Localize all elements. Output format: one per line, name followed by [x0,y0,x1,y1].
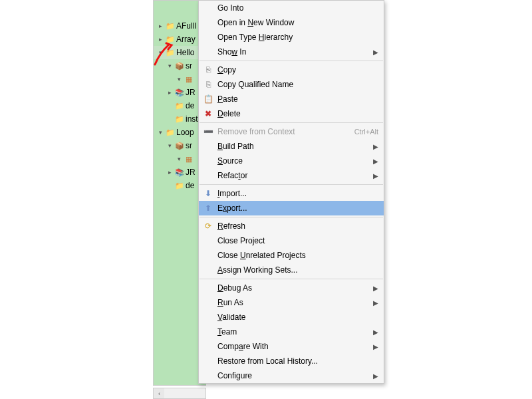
blank-icon [199,15,217,30]
submenu-arrow-icon: ▶ [369,172,378,180]
menu-item-label: Debug As [217,283,369,293]
tree-item-label: sr [186,61,192,70]
menu-item-refactor[interactable]: Refactor▶ [199,168,384,183]
copy-icon: ⎘ [199,63,217,77]
menu-item-team[interactable]: Team▶ [199,325,384,339]
scroll-left-icon[interactable]: ‹ [154,388,164,398]
menu-item-label: Restore from Local History... [217,356,378,366]
horizontal-scrollbar[interactable]: ‹ [153,388,206,399]
blank-icon [199,248,217,263]
chevron-down-icon[interactable]: ▾ [175,75,183,83]
tree-item-label: Hello [176,48,194,57]
menu-separator [200,184,383,185]
blank-icon [199,354,217,368]
menu-item-label: Assign Working Sets... [217,265,378,275]
menu-item-export[interactable]: ⬆Export... [199,201,384,215]
menu-item-label: Validate [217,313,378,322]
chevron-down-icon[interactable]: ▾ [166,62,174,70]
menu-separator [200,61,383,61]
menu-item-label: Delete [217,109,378,118]
chevron-down-icon[interactable]: ▾ [166,142,174,150]
menu-item-label: Close Unrelated Projects [217,251,378,260]
menu-item-validate[interactable]: Validate [199,310,384,325]
menu-item-open-in-new-window[interactable]: Open in New Window [199,15,384,30]
folder-icon: 📁 [165,21,176,31]
menu-item-paste[interactable]: 📋Paste [199,92,384,106]
chevron-right-icon[interactable]: ▸ [156,22,164,30]
blank-icon [199,233,217,248]
tree-item-label: JR [186,88,196,97]
tree-item-label: AFullI [176,21,197,31]
submenu-arrow-icon: ▶ [369,299,378,307]
chevron-down-icon[interactable]: ▾ [156,49,164,57]
blank-icon [199,310,217,325]
blank-icon [199,281,217,295]
menu-item-compare-with[interactable]: Compare With▶ [199,339,384,354]
menu-item-label: Go Into [217,3,378,13]
menu-item-open-type-hierarchy[interactable]: Open Type Hierarchy [199,30,384,45]
tree-item-label: Loop [176,128,194,137]
chevron-right-icon[interactable]: ▸ [166,168,174,176]
menu-item-show-in[interactable]: Show In▶ [199,45,384,59]
blank-icon [199,168,217,183]
src-icon: 📦 [174,140,185,151]
blank-icon [199,368,217,383]
menu-item-label: Close Project [217,236,378,245]
menu-item-label: Import... [217,189,378,198]
pkg-icon: ▦ [184,154,194,164]
jre-icon: 📚 [174,167,185,178]
folder-icon: 📁 [174,180,185,191]
blank-icon [199,30,217,45]
remove-icon: ➖ [199,124,217,139]
menu-item-import[interactable]: ⬇Import... [199,186,384,201]
menu-item-label: Remove from Context [217,127,348,136]
menu-item-accel: Ctrl+Alt [348,128,378,136]
chevron-down-icon[interactable]: ▾ [175,155,183,163]
menu-item-copy-qualified-name[interactable]: ⎘Copy Qualified Name [199,77,384,92]
chevron-down-icon[interactable]: ▾ [156,128,164,136]
menu-item-label: Refresh [217,221,378,231]
blank-icon [199,339,217,354]
tree-item-label: de [186,101,194,110]
menu-item-build-path[interactable]: Build Path▶ [199,139,384,154]
tree-item-label: sr [186,141,192,150]
menu-item-restore-from-local-history[interactable]: Restore from Local History... [199,354,384,368]
menu-item-source[interactable]: Source▶ [199,154,384,168]
menu-item-label: Run As [217,298,369,307]
menu-item-label: Build Path [217,142,369,151]
import-icon: ⬇ [199,186,217,201]
tree-item-label: JR [186,168,196,177]
menu-item-label: Paste [217,94,378,104]
menu-separator [200,217,383,217]
submenu-arrow-icon: ▶ [369,329,378,336]
menu-item-run-as[interactable]: Run As▶ [199,295,384,310]
menu-item-label: Refactor [217,171,369,180]
jre-icon: 📚 [174,87,185,98]
menu-item-copy[interactable]: ⎘Copy [199,63,384,77]
menu-item-label: Show In [217,47,369,57]
chevron-right-icon[interactable]: ▸ [166,88,174,96]
menu-separator [200,279,383,279]
blank-icon [199,139,217,154]
menu-item-close-unrelated-projects[interactable]: Close Unrelated Projects [199,248,384,263]
menu-item-configure[interactable]: Configure▶ [199,368,384,383]
blank-icon [199,1,217,15]
menu-item-go-into[interactable]: Go Into [199,1,384,15]
menu-separator [200,122,383,123]
blank-icon [199,154,217,168]
chevron-right-icon[interactable]: ▸ [156,35,164,43]
export-icon: ⬆ [199,201,217,215]
tree-item-label: inst [186,114,198,124]
context-menu[interactable]: Go IntoOpen in New WindowOpen Type Hiera… [198,0,384,384]
menu-item-label: Copy Qualified Name [217,80,378,89]
menu-item-close-project[interactable]: Close Project [199,233,384,248]
menu-item-refresh[interactable]: ⟳Refresh [199,219,384,233]
menu-item-debug-as[interactable]: Debug As▶ [199,281,384,295]
pkg-icon: ▦ [184,74,194,84]
menu-item-assign-working-sets[interactable]: Assign Working Sets... [199,263,384,277]
menu-item-delete[interactable]: ✖Delete [199,106,384,121]
proj-icon: 📁 [165,47,176,58]
folder-icon: 📁 [174,114,185,124]
proj-icon: 📁 [165,127,176,138]
menu-item-label: Copy [217,65,378,74]
